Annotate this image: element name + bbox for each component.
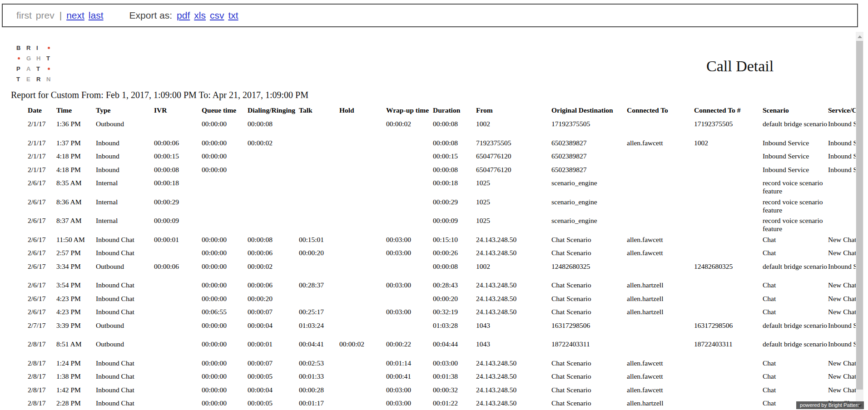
table-cell: Inbound Chat bbox=[96, 372, 154, 386]
table-cell: 00:00:06 bbox=[154, 139, 202, 153]
table-cell bbox=[627, 179, 694, 198]
table-cell bbox=[154, 386, 202, 400]
table-cell: 00:00:04 bbox=[248, 386, 299, 400]
table-cell bbox=[154, 399, 202, 410]
table-cell: 00:00:02 bbox=[386, 120, 433, 139]
table-cell bbox=[386, 198, 433, 217]
table-cell: 1:24 PM bbox=[56, 359, 96, 373]
table-cell bbox=[627, 166, 694, 179]
pagination-next[interactable]: next bbox=[66, 10, 84, 21]
table-cell: 1025 bbox=[476, 198, 551, 217]
table-cell: 1:36 PM bbox=[56, 120, 96, 139]
export-txt-link[interactable]: txt bbox=[228, 10, 238, 21]
table-cell: 00:06:55 bbox=[202, 308, 248, 321]
table-cell bbox=[299, 217, 339, 236]
table-cell bbox=[339, 281, 386, 295]
scrollbar-up-arrow-icon[interactable] bbox=[856, 34, 863, 40]
table-cell bbox=[339, 152, 386, 166]
table-cell: Inbound Service bbox=[763, 139, 828, 153]
table-cell bbox=[386, 152, 433, 166]
export-xls-link[interactable]: xls bbox=[194, 10, 206, 21]
table-cell: 00:03:00 bbox=[433, 359, 476, 373]
logo-letter: A bbox=[26, 64, 36, 74]
table-cell: 00:00:04 bbox=[248, 321, 299, 341]
export-pdf-link[interactable]: pdf bbox=[177, 10, 190, 21]
table-cell: 1002 bbox=[476, 262, 551, 282]
scrollbar-thumb[interactable] bbox=[856, 41, 863, 390]
table-cell bbox=[339, 139, 386, 153]
table-cell: 00:01:17 bbox=[299, 399, 339, 410]
table-cell bbox=[386, 139, 433, 153]
table-cell bbox=[154, 340, 202, 359]
table-cell bbox=[339, 359, 386, 373]
page-title: Call Detail bbox=[706, 58, 774, 75]
table-cell: 00:00:08 bbox=[433, 120, 476, 139]
table-cell: Inbound bbox=[96, 139, 154, 153]
table-cell: 00:01:14 bbox=[386, 359, 433, 373]
table-cell: 1002 bbox=[476, 120, 551, 139]
table-cell bbox=[154, 308, 202, 321]
table-cell: 17192375505 bbox=[694, 120, 763, 139]
table-row: 2/6/1711:50 AMInbound Chat00:00:0100:00:… bbox=[28, 236, 856, 249]
table-cell: 00:00:15 bbox=[154, 152, 202, 166]
table-cell bbox=[339, 295, 386, 308]
table-row: 2/1/174:18 PMInbound00:00:1500:00:0000:0… bbox=[28, 152, 856, 166]
table-cell: 2/8/17 bbox=[28, 372, 56, 386]
table-cell bbox=[154, 281, 202, 295]
table-cell: 2:28 PM bbox=[56, 399, 96, 410]
table-cell: Inbound Service bbox=[828, 152, 856, 166]
table-cell bbox=[694, 249, 763, 262]
column-header: Queue time bbox=[202, 104, 248, 120]
table-cell: 4:18 PM bbox=[56, 166, 96, 179]
pagination-last[interactable]: last bbox=[89, 10, 104, 21]
table-cell: Chat Scenario bbox=[551, 399, 627, 410]
table-cell bbox=[627, 340, 694, 359]
table-cell: 24.143.248.50 bbox=[476, 372, 551, 386]
table-cell: 00:00:07 bbox=[248, 359, 299, 373]
export-csv-link[interactable]: csv bbox=[210, 10, 224, 21]
table-cell bbox=[627, 152, 694, 166]
table-row: 2/8/178:51 AMOutbound00:00:0000:00:0100:… bbox=[28, 340, 856, 359]
table-cell bbox=[694, 217, 763, 236]
logo-letter: R bbox=[36, 74, 46, 84]
table-cell: Inbound Chat bbox=[96, 249, 154, 262]
table-cell: 2/6/17 bbox=[28, 217, 56, 236]
vertical-scrollbar[interactable] bbox=[856, 32, 863, 410]
table-cell: Outbound bbox=[96, 340, 154, 359]
table-row: 2/6/178:37 AMInternal00:00:0900:00:09102… bbox=[28, 217, 856, 236]
table-cell bbox=[828, 217, 856, 236]
table-cell: 3:54 PM bbox=[56, 281, 96, 295]
table-cell: 24.143.248.50 bbox=[476, 236, 551, 249]
report-range-text: Report for Custom From: Feb 1, 2017, 1:0… bbox=[11, 90, 308, 100]
logo-dot-icon bbox=[46, 64, 56, 74]
table-cell: 16317298506 bbox=[551, 321, 627, 341]
table-cell: 2/1/17 bbox=[28, 152, 56, 166]
table-cell: 00:01:33 bbox=[299, 372, 339, 386]
table-cell: 1025 bbox=[476, 179, 551, 198]
table-cell bbox=[694, 179, 763, 198]
table-cell bbox=[386, 217, 433, 236]
table-cell bbox=[694, 281, 763, 295]
table-row: 2/1/171:37 PMInbound00:00:0600:00:0000:0… bbox=[28, 139, 856, 153]
table-cell: 18722403311 bbox=[694, 340, 763, 359]
table-cell: 00:00:20 bbox=[433, 295, 476, 308]
table-cell: 00:00:07 bbox=[248, 308, 299, 321]
table-header-row: DateTimeTypeIVRQueue timeDialing/Ringing… bbox=[28, 104, 856, 120]
table-cell: 1002 bbox=[694, 139, 763, 153]
table-cell bbox=[386, 262, 433, 282]
scrollbar-down-arrow-icon[interactable] bbox=[856, 403, 863, 409]
table-cell: Inbound Service bbox=[828, 262, 856, 282]
table-cell: Outbound bbox=[96, 321, 154, 341]
table-cell bbox=[248, 198, 299, 217]
table-cell: New Chat bbox=[828, 308, 856, 321]
table-row: 2/6/173:34 PMOutbound00:00:0600:00:0000:… bbox=[28, 262, 856, 282]
table-cell: 3:34 PM bbox=[56, 262, 96, 282]
table-cell: 00:00:00 bbox=[202, 295, 248, 308]
table-cell: Chat Scenario bbox=[551, 308, 627, 321]
table-cell: 00:03:00 bbox=[386, 281, 433, 295]
pagination-first: first bbox=[16, 10, 32, 21]
table-cell bbox=[339, 120, 386, 139]
table-cell: Inbound Chat bbox=[96, 236, 154, 249]
table-cell: allen.hartzell bbox=[627, 308, 694, 321]
table-cell: 00:03:00 bbox=[386, 249, 433, 262]
